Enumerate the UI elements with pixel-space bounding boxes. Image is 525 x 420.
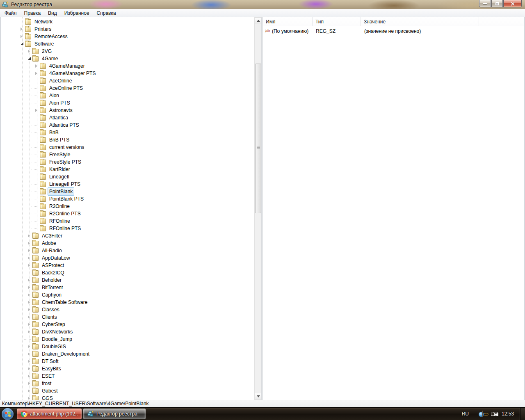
collapsed-arrow-icon[interactable] [34,107,40,114]
column-header-type[interactable]: Тип [313,17,361,26]
collapsed-arrow-icon[interactable] [27,247,32,254]
tree-item[interactable]: AceOnline [1,77,254,84]
tree-item[interactable]: Doodle_Jump [1,336,254,343]
menu-view[interactable]: Вид [44,9,61,17]
tree-item[interactable]: frost [1,380,254,387]
tree-item[interactable]: PointBlank PTS [1,195,254,203]
tree-item[interactable]: Astronavts [1,107,254,114]
tree-item[interactable]: 4Game [1,55,254,62]
tree-item[interactable]: BitTorrent [1,284,254,291]
scroll-down-button[interactable] [255,393,262,400]
collapsed-arrow-icon[interactable] [27,321,32,328]
collapsed-arrow-icon[interactable] [27,262,32,269]
tree-item[interactable]: Network [1,18,254,25]
menu-favorites[interactable]: Избранное [61,9,93,17]
collapsed-arrow-icon[interactable] [27,299,32,306]
collapsed-arrow-icon[interactable] [27,395,32,400]
menu-help[interactable]: Справка [93,9,120,17]
tree-item[interactable]: 4GameManager [1,62,254,70]
tree-item[interactable]: R2Online PTS [1,210,254,217]
menu-edit[interactable]: Правка [21,9,45,17]
tree-item[interactable]: ChemTable Software [1,299,254,306]
collapsed-arrow-icon[interactable] [27,380,32,387]
tree-item[interactable]: R2Online [1,203,254,210]
tree-item[interactable]: Aion PTS [1,99,254,107]
tree-item[interactable]: RemoteAccess [1,33,254,40]
collapsed-arrow-icon[interactable] [27,240,32,247]
tree-item[interactable]: LineageII [1,173,254,180]
collapsed-arrow-icon[interactable] [34,70,40,77]
tree-item[interactable]: Caphyon [1,291,254,299]
expanded-arrow-icon[interactable] [27,55,32,62]
collapsed-arrow-icon[interactable] [19,33,25,40]
tree-item[interactable]: Back2ICQ [1,269,254,276]
tree-item[interactable]: RFOnline PTS [1,225,254,232]
tree-item[interactable]: Atlantica PTS [1,121,254,129]
tree-item[interactable]: current versions [1,144,254,151]
tree-item[interactable]: FreeStyle PTS [1,158,254,166]
column-header-value[interactable]: Значение [361,17,479,26]
tree-item[interactable]: FreeStyle [1,151,254,158]
tree-item[interactable]: BnB [1,129,254,136]
tree-item[interactable]: LineageII PTS [1,180,254,188]
language-indicator[interactable]: RU [462,411,469,417]
taskbar-clock[interactable]: 12:53 [502,411,514,417]
tree-item[interactable]: Gabest [1,387,254,395]
tree-item[interactable]: Draken_Development [1,350,254,358]
gold-swirl-icon[interactable] [482,411,483,417]
collapsed-arrow-icon[interactable] [27,284,32,291]
tree-item[interactable]: AC3Filter [1,232,254,240]
collapsed-arrow-icon[interactable] [34,62,40,70]
menu-file[interactable]: Файл [1,9,21,17]
tree-item[interactable]: ASProtect [1,262,254,269]
collapsed-arrow-icon[interactable] [27,387,32,395]
tree-item[interactable]: AceOnline PTS [1,84,254,92]
tree-item[interactable]: Adobe [1,240,254,247]
collapsed-arrow-icon[interactable] [27,343,32,350]
taskbar-button-regedit[interactable]: Редактор реестра [83,409,146,419]
collapsed-arrow-icon[interactable] [27,313,32,321]
tree-item[interactable]: DoubleGIS [1,343,254,350]
column-header-name[interactable]: Имя [263,17,313,26]
tree-item[interactable]: EasyBits [1,365,254,372]
collapsed-arrow-icon[interactable] [27,350,32,358]
collapsed-arrow-icon[interactable] [27,48,32,55]
tree-item[interactable]: 4GameManager PTS [1,70,254,77]
start-button[interactable] [1,408,15,420]
tree-scrollbar[interactable] [254,17,261,400]
tree-item[interactable]: PointBlank [1,188,254,195]
tree-item[interactable]: Beholder [1,276,254,284]
collapsed-arrow-icon[interactable] [27,358,32,365]
collapsed-arrow-icon[interactable] [27,372,32,380]
tree-item[interactable]: DT Soft [1,358,254,365]
value-row[interactable]: ab(По умолчанию)REG_SZ(значение не присв… [263,27,524,35]
collapsed-arrow-icon[interactable] [27,232,32,240]
minimize-button[interactable] [479,0,491,7]
show-desktop-button[interactable] [520,408,525,420]
tree-item[interactable]: Software [1,40,254,48]
tree-item[interactable]: ESET [1,372,254,380]
tree-item[interactable]: 2VG [1,48,254,55]
tree-item[interactable]: GGS [1,395,254,400]
tree-item[interactable]: KartRider [1,166,254,173]
close-button[interactable] [503,0,522,7]
collapsed-arrow-icon[interactable] [27,306,32,313]
expanded-arrow-icon[interactable] [19,40,25,48]
tree-item[interactable]: Atlantica [1,114,254,121]
collapsed-arrow-icon[interactable] [27,365,32,372]
collapsed-arrow-icon[interactable] [27,291,32,299]
collapsed-arrow-icon[interactable] [27,254,32,262]
tree-item[interactable]: Printers [1,25,254,33]
tree-item[interactable]: RFOnline [1,217,254,225]
collapsed-arrow-icon[interactable] [27,276,32,284]
scrollbar-thumb[interactable] [255,64,261,213]
tree-item[interactable]: All-Radio [1,247,254,254]
taskbar-button-browser[interactable]: attachment.php (102... [17,409,82,419]
restore-button[interactable] [491,0,503,7]
tree-item[interactable]: BnB PTS [1,136,254,144]
tree-item[interactable]: CyberStep [1,321,254,328]
scroll-up-button[interactable] [255,17,262,24]
collapsed-arrow-icon[interactable] [19,25,25,33]
tree-item[interactable]: Classes [1,306,254,313]
tree-item[interactable]: Aion [1,92,254,99]
